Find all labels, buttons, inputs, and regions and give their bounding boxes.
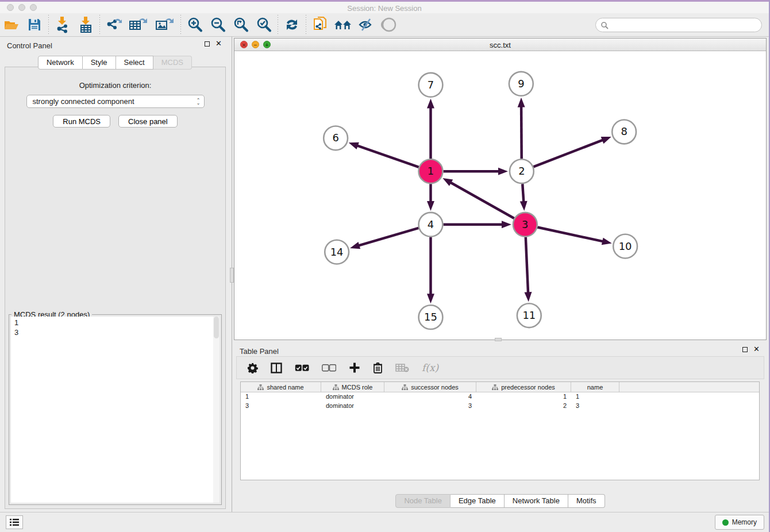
tab-motifs[interactable]: Motifs <box>568 494 605 508</box>
column-header-predecessor-nodes[interactable]: predecessor nodes <box>476 382 571 392</box>
cell-predecessor-nodes[interactable]: 2 <box>476 402 571 411</box>
gear-button[interactable] <box>247 363 258 373</box>
open-session-button[interactable] <box>0 14 23 35</box>
node-7[interactable]: 7 <box>419 73 443 97</box>
edge-1-6[interactable] <box>349 142 419 167</box>
tab-style[interactable]: Style <box>83 56 116 70</box>
search-input[interactable] <box>609 21 757 29</box>
run-mcds-button[interactable]: Run MCDS <box>53 115 110 128</box>
deselect-all-button[interactable] <box>322 364 336 372</box>
edge-3-10[interactable] <box>537 227 612 245</box>
node-8[interactable]: 8 <box>612 120 636 144</box>
export-image-button[interactable] <box>152 14 178 35</box>
tab-edge-table[interactable]: Edge Table <box>451 494 505 508</box>
toolbar-search[interactable] <box>595 18 762 32</box>
result-scrollbar[interactable] <box>213 317 220 503</box>
delete-column-button[interactable] <box>373 362 383 373</box>
save-session-button[interactable] <box>23 14 46 35</box>
edge-4-15[interactable] <box>427 237 434 304</box>
edge-3-1[interactable] <box>442 178 514 218</box>
tab-node-table[interactable]: Node Table <box>395 494 451 508</box>
delete-table-button[interactable] <box>395 363 409 372</box>
edge-1-4[interactable] <box>427 184 434 211</box>
zoom-out-button[interactable] <box>206 14 229 35</box>
export-image-icon <box>155 17 175 33</box>
birdseye-view-button[interactable] <box>378 14 401 35</box>
cell-shared-name[interactable]: 1 <box>241 392 321 402</box>
column-header-MCDS-role[interactable]: MCDS role <box>321 382 384 392</box>
cell-successor-nodes[interactable]: 4 <box>384 392 476 402</box>
edge-3-11[interactable] <box>525 237 532 302</box>
cell-MCDS-role[interactable]: dominator <box>321 392 384 402</box>
node-1[interactable]: 1 <box>419 159 443 183</box>
tab-network-table[interactable]: Network Table <box>505 494 568 508</box>
node-9[interactable]: 9 <box>509 72 533 96</box>
network-window-titlebar[interactable]: ✕ − + scc.txt <box>234 38 766 51</box>
toolbar-separator <box>306 15 306 34</box>
node-6[interactable]: 6 <box>324 126 348 150</box>
close-table-panel-icon[interactable]: ✕ <box>753 346 760 352</box>
cell-name[interactable]: 1 <box>571 392 619 402</box>
svg-text:2: 2 <box>518 165 525 177</box>
node-11[interactable]: 11 <box>517 303 541 327</box>
cell-name[interactable]: 3 <box>571 402 619 411</box>
node-15[interactable]: 15 <box>419 305 443 329</box>
node-10[interactable]: 10 <box>613 234 637 259</box>
task-history-button[interactable] <box>6 515 23 529</box>
tab-select[interactable]: Select <box>116 56 153 70</box>
edge-1-7[interactable] <box>427 99 434 159</box>
column-split-icon <box>271 363 282 373</box>
column-split-button[interactable] <box>271 363 282 373</box>
table-panel-title: Table Panel <box>240 347 279 356</box>
add-column-button[interactable] <box>349 362 360 373</box>
node-2[interactable]: 2 <box>510 159 534 183</box>
edge-2-8[interactable] <box>533 137 611 167</box>
cell-predecessor-nodes[interactable]: 1 <box>476 392 571 402</box>
refresh-button[interactable] <box>280 14 303 35</box>
horizontal-splitter-grip[interactable] <box>495 338 502 341</box>
column-header-name[interactable]: name <box>571 382 619 392</box>
float-table-panel-icon[interactable] <box>742 347 748 352</box>
cell-MCDS-role[interactable]: dominator <box>321 402 384 411</box>
tab-mcds[interactable]: MCDS <box>153 56 192 70</box>
panel-splitter[interactable] <box>230 37 234 512</box>
starter-panel-button[interactable] <box>332 14 355 35</box>
close-panel-icon[interactable]: ✕ <box>215 41 222 47</box>
import-table-button[interactable] <box>74 14 97 35</box>
zoom-fit-button[interactable] <box>229 14 252 35</box>
function-builder-button[interactable]: f(x) <box>422 362 438 373</box>
mcds-result-text[interactable]: 1 3 <box>11 317 220 503</box>
column-header-successor-nodes[interactable]: successor nodes <box>384 382 476 392</box>
network-canvas[interactable]: 7968124314101511 <box>234 52 766 340</box>
node-14[interactable]: 14 <box>325 240 349 264</box>
memory-button[interactable]: Memory <box>715 515 764 530</box>
clone-network-button[interactable] <box>309 14 332 35</box>
export-network-button[interactable] <box>102 14 125 35</box>
result-scrollbar-thumb[interactable] <box>214 317 219 338</box>
zoom-in-button[interactable] <box>183 14 206 35</box>
import-network-button[interactable] <box>51 14 74 35</box>
edge-4-14[interactable] <box>350 228 418 249</box>
float-panel-icon[interactable] <box>205 41 210 47</box>
import-table-icon <box>78 16 94 33</box>
column-header-shared-name[interactable]: shared name <box>241 382 321 392</box>
select-all-button[interactable] <box>295 364 309 372</box>
edge-4-3[interactable] <box>443 221 511 228</box>
edge-2-3[interactable] <box>520 184 528 211</box>
table-row[interactable]: 3dominator323 <box>241 402 759 411</box>
cell-shared-name[interactable]: 3 <box>241 402 321 411</box>
cell-successor-nodes[interactable]: 3 <box>384 402 476 411</box>
node-4[interactable]: 4 <box>419 213 443 237</box>
close-panel-button[interactable]: Close panel <box>118 115 178 128</box>
svg-text:8: 8 <box>621 125 627 137</box>
edge-1-2[interactable] <box>443 168 508 175</box>
export-table-button[interactable] <box>125 14 152 35</box>
tab-network[interactable]: Network <box>38 56 83 70</box>
table-row[interactable]: 1dominator411 <box>241 392 759 402</box>
splitter-grip[interactable] <box>230 268 234 283</box>
criterion-select[interactable]: strongly connected component ⌃⌄ <box>26 95 205 108</box>
graphics-details-button[interactable] <box>355 14 378 35</box>
zoom-selected-button[interactable] <box>252 14 275 35</box>
edge-2-9[interactable] <box>518 98 525 159</box>
node-3[interactable]: 3 <box>513 213 537 237</box>
